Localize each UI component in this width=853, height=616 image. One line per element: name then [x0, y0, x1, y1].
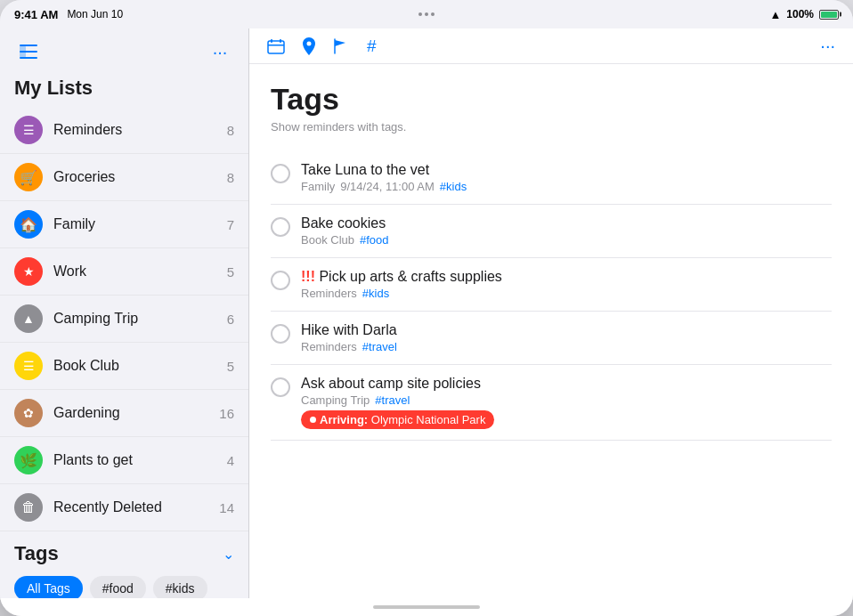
- main-content: ··· My Lists ☰ Reminders 8 🛒 Groceries 8…: [0, 28, 853, 598]
- list-item-name-deleted: Recently Deleted: [53, 499, 219, 515]
- list-icon-symbol-plants: 🌿: [20, 452, 37, 469]
- tag-pill-food[interactable]: #food: [90, 576, 146, 598]
- home-bar: [373, 605, 480, 609]
- battery-label: 100%: [786, 8, 814, 20]
- reminder-body: Hike with Darla Reminders#travel: [301, 322, 832, 353]
- reminder-meta: Book Club#food: [301, 233, 832, 247]
- sidebar-item-deleted[interactable]: 🗑 Recently Deleted 14: [0, 484, 248, 531]
- status-dots: [418, 12, 435, 16]
- reminder-list-name: Reminders: [301, 340, 357, 353]
- list-icon-symbol-bookclub: ☰: [23, 359, 35, 373]
- device-frame: 9:41 AM Mon Jun 10 ▲ 100%: [0, 0, 853, 616]
- list-item-count-bookclub: 5: [227, 359, 234, 374]
- list-icon-symbol-camping: ▲: [22, 312, 35, 326]
- reminder-item: Hike with Darla Reminders#travel: [271, 312, 832, 365]
- battery-fill: [821, 12, 837, 18]
- hashtag-icon[interactable]: #: [367, 36, 377, 56]
- reminder-tag: #food: [360, 233, 389, 247]
- dot-2: [425, 12, 428, 16]
- page-subtitle: Show reminders with tags.: [271, 120, 832, 134]
- sidebar-item-bookclub[interactable]: ☰ Book Club 5: [0, 343, 248, 390]
- svg-rect-4: [268, 41, 284, 53]
- reminder-circle[interactable]: [271, 164, 290, 183]
- reminder-list-name: Family: [301, 180, 335, 193]
- list-item-name-camping: Camping Trip: [53, 311, 227, 327]
- dot-1: [418, 12, 422, 16]
- reminder-list-name: Camping Trip: [301, 393, 370, 407]
- list-icon-gardening: ✿: [14, 399, 43, 427]
- tag-pills-container: All Tags#food#kids#travel: [14, 576, 234, 598]
- list-icon-symbol-gardening: ✿: [23, 406, 34, 420]
- svg-rect-3: [20, 57, 37, 59]
- tags-header-title: Tags: [14, 542, 59, 565]
- location-badge-text: Arriving: Olympic National Park: [320, 413, 485, 426]
- svg-point-8: [307, 41, 312, 45]
- list-item-name-family: Family: [53, 216, 227, 232]
- list-item-count-gardening: 16: [219, 406, 234, 421]
- list-item-name-reminders: Reminders: [53, 122, 227, 138]
- status-bar: 9:41 AM Mon Jun 10 ▲ 100%: [0, 0, 853, 28]
- svg-rect-1: [20, 45, 37, 46]
- list-icon-symbol-family: 🏠: [20, 216, 37, 233]
- location-badge-dot: [310, 417, 316, 423]
- list-item-count-plants: 4: [227, 453, 234, 468]
- sidebar-item-gardening[interactable]: ✿ Gardening 16: [0, 390, 248, 437]
- sidebar-item-reminders[interactable]: ☰ Reminders 8: [0, 107, 248, 154]
- calendar-icon[interactable]: [267, 38, 285, 54]
- list-icon-symbol-groceries: 🛒: [20, 169, 37, 186]
- reminder-body: !!! Pick up arts & crafts supplies Remin…: [301, 269, 832, 300]
- sidebar-item-work[interactable]: ★ Work 5: [0, 248, 248, 296]
- tags-chevron-icon: ⌄: [223, 546, 234, 563]
- reminders-container: Take Luna to the vet Family9/14/24, 11:0…: [271, 151, 832, 441]
- tag-pill-all[interactable]: All Tags: [14, 576, 83, 598]
- toolbar-more-button[interactable]: ···: [820, 36, 835, 56]
- tag-pill-kids[interactable]: #kids: [153, 576, 207, 598]
- reminder-item: !!! Pick up arts & crafts supplies Remin…: [271, 258, 832, 312]
- sidebar-item-family[interactable]: 🏠 Family 7: [0, 201, 248, 248]
- priority-indicator: !!!: [301, 269, 319, 284]
- sidebar-item-camping[interactable]: ▲ Camping Trip 6: [0, 296, 248, 343]
- reminder-tag: #travel: [362, 340, 397, 353]
- list-item-name-gardening: Gardening: [53, 405, 219, 421]
- tags-header[interactable]: Tags ⌄: [14, 542, 234, 565]
- reminder-title: Bake cookies: [301, 215, 832, 231]
- reminder-circle[interactable]: [271, 271, 290, 290]
- list-icon-symbol-deleted: 🗑: [21, 499, 36, 515]
- list-item-name-work: Work: [53, 263, 227, 280]
- sidebar-item-groceries[interactable]: 🛒 Groceries 8: [0, 154, 248, 201]
- list-item-name-plants: Plants to get: [53, 452, 227, 468]
- status-date: Mon Jun 10: [67, 8, 123, 20]
- reminder-body: Take Luna to the vet Family9/14/24, 11:0…: [301, 162, 832, 193]
- dot-3: [431, 12, 435, 16]
- location-icon[interactable]: [303, 37, 315, 55]
- sidebar-item-plants[interactable]: 🌿 Plants to get 4: [0, 437, 248, 484]
- reminder-meta: Family9/14/24, 11:00 AM#kids: [301, 180, 832, 193]
- list-item-name-groceries: Groceries: [53, 169, 227, 185]
- reminder-date: 9/14/24, 11:00 AM: [340, 180, 435, 193]
- list-icon-work: ★: [14, 257, 43, 286]
- list-icon-camping: ▲: [14, 304, 43, 333]
- reminder-circle[interactable]: [271, 217, 290, 237]
- list-icon-family: 🏠: [14, 210, 43, 239]
- list-item-count-groceries: 8: [227, 170, 234, 185]
- svg-rect-6: [280, 39, 281, 43]
- sidebar-more-button[interactable]: ···: [206, 37, 234, 66]
- list-items-container: ☰ Reminders 8 🛒 Groceries 8 🏠 Family 7 ★…: [0, 107, 248, 531]
- right-panel: # ··· Tags Show reminders with tags. Tak…: [249, 28, 853, 598]
- reminder-tag: #kids: [440, 180, 467, 193]
- reminder-circle[interactable]: [271, 377, 290, 397]
- svg-rect-5: [271, 39, 272, 43]
- toolbar: # ···: [249, 28, 853, 64]
- tags-section: Tags ⌄ All Tags#food#kids#travel: [0, 531, 248, 598]
- reminder-title: Ask about camp site policies: [301, 376, 832, 392]
- flag-icon[interactable]: [333, 38, 349, 54]
- reminder-list-name: Reminders: [301, 287, 357, 300]
- reminder-circle[interactable]: [271, 324, 290, 344]
- list-item-count-reminders: 8: [227, 123, 234, 138]
- reminder-body: Ask about camp site policies Camping Tri…: [301, 376, 832, 429]
- home-indicator: [0, 598, 853, 616]
- list-icon-groceries: 🛒: [14, 163, 43, 191]
- reminder-tag: #kids: [362, 287, 389, 300]
- sidebar-toggle-button[interactable]: [14, 37, 43, 66]
- list-item-count-camping: 6: [227, 312, 234, 327]
